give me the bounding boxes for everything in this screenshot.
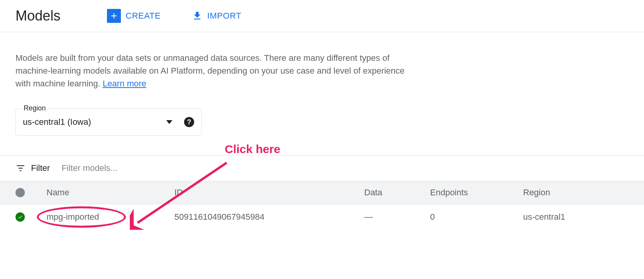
table-header-data[interactable]: Data	[364, 188, 430, 198]
page-title: Models	[15, 8, 60, 24]
filter-icon	[15, 163, 26, 173]
create-button[interactable]: CREATE	[107, 9, 161, 23]
region-value: us-central1 (Iowa)	[23, 117, 131, 127]
region-label: Region	[21, 104, 48, 112]
chevron-down-icon	[166, 120, 172, 124]
description-text: Models are built from your data sets or …	[15, 52, 411, 90]
row-id: 5091161049067945984	[174, 212, 364, 222]
import-label: IMPORT	[207, 11, 241, 21]
table-header-id[interactable]: ID	[174, 188, 364, 198]
import-icon	[192, 10, 203, 21]
table-header-endpoints[interactable]: Endpoints	[430, 188, 523, 198]
annotation-label: Click here	[225, 143, 280, 156]
table-row: mpg-imported 5091161049067945984 — 0 us-…	[0, 204, 644, 230]
page-header: Models CREATE IMPORT	[0, 0, 644, 32]
plus-icon	[107, 9, 121, 23]
create-label: CREATE	[126, 11, 161, 21]
filter-bar: Filter Filter models...	[0, 155, 644, 181]
learn-more-link[interactable]: Learn more	[103, 79, 146, 88]
help-icon[interactable]: ?	[184, 117, 194, 127]
annotation-text: Click here	[225, 143, 280, 155]
filter-label: Filter	[31, 163, 50, 173]
filter-input[interactable]: Filter models...	[62, 163, 117, 173]
status-dot-icon	[15, 188, 25, 197]
table-header-status	[15, 188, 46, 197]
row-status	[15, 212, 46, 222]
row-region: us-central1	[523, 212, 629, 222]
row-data: —	[364, 212, 430, 222]
table-header-region[interactable]: Region	[523, 188, 629, 198]
row-name[interactable]: mpg-imported	[46, 212, 174, 222]
row-endpoints: 0	[430, 212, 523, 222]
table-header-name[interactable]: Name	[46, 188, 174, 198]
region-selector[interactable]: Region us-central1 (Iowa) ?	[15, 108, 201, 136]
models-table: Name ID Data Endpoints Region mpg-import…	[0, 181, 644, 230]
check-icon	[15, 212, 25, 222]
import-button[interactable]: IMPORT	[192, 10, 241, 21]
table-header-row: Name ID Data Endpoints Region	[0, 181, 644, 204]
